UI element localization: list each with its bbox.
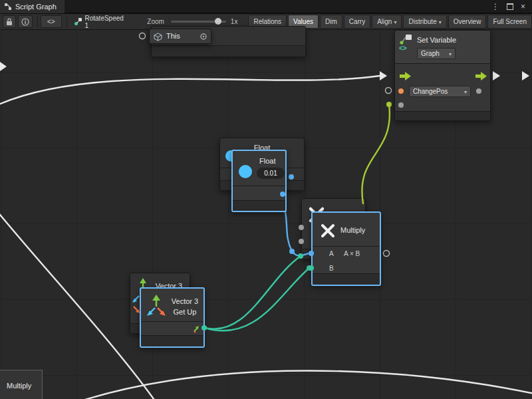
breadcrumb-label: RotateSpeed 1 [84, 15, 128, 29]
get-up-subtitle: Get Up [166, 308, 203, 316]
multiply-node[interactable]: Multiply A A × B B [311, 211, 381, 286]
float-ghost-out-port[interactable] [289, 174, 294, 180]
maximize-icon[interactable] [507, 3, 513, 10]
multiply-title: Multiply [340, 226, 365, 234]
set-variable-node[interactable]: <> Set Variable Graph ChangePos [394, 30, 491, 121]
multiply-port-b[interactable] [309, 265, 314, 271]
float-node[interactable]: Float 0.01 [231, 150, 287, 212]
zoom-slider-handle[interactable] [215, 18, 221, 25]
vector3-out-port[interactable] [201, 325, 207, 331]
script-graph-tab-icon [4, 3, 12, 11]
float-title: Float [259, 157, 275, 165]
input-b-label: B [329, 265, 334, 272]
multiply-icon [319, 222, 336, 239]
float-out-port[interactable] [280, 192, 285, 197]
carry-toggle[interactable]: Carry [344, 15, 370, 29]
vector-out-icon [192, 325, 201, 334]
toolbar-divider [66, 17, 67, 27]
set-variable-icon: <> [398, 33, 413, 52]
set-variable-title: Set Variable [417, 36, 456, 44]
multiply-ghost-port-a[interactable] [299, 225, 304, 230]
svg-text:<>: <> [399, 45, 407, 52]
tab-title: Script Graph [15, 3, 57, 11]
multiply-ghost-port-b[interactable] [299, 239, 304, 244]
zoom-value: 1x [231, 18, 238, 25]
cube-icon [154, 33, 162, 41]
code-icon: <> [47, 18, 55, 25]
chevron-down-icon [447, 50, 452, 57]
vector3-title: Vector 3 [166, 297, 203, 305]
float-value-field[interactable]: 0.01 [257, 168, 285, 179]
chevron-down-icon [392, 18, 396, 25]
corner-multiply-node[interactable]: Multiply [0, 370, 43, 399]
float-literal-icon [239, 165, 252, 178]
result-label: A × B [344, 250, 360, 257]
tab-script-graph[interactable]: Script Graph [0, 0, 65, 13]
node-header: <> Set Variable Graph [395, 31, 490, 63]
this-node[interactable]: This [149, 29, 211, 44]
breadcrumb[interactable]: RotateSpeed 1 [74, 15, 129, 29]
title-bar: Script Graph ⋮ × [0, 0, 532, 13]
chevron-down-icon [437, 18, 442, 25]
close-icon[interactable]: × [521, 2, 525, 11]
flow-out-port[interactable] [475, 72, 487, 80]
this-node-title: This [166, 32, 180, 40]
flow-in-port[interactable] [400, 72, 411, 80]
graph-asset-icon [74, 17, 82, 26]
lock-button[interactable] [3, 15, 16, 28]
input-a-label: A [329, 250, 334, 257]
variable-scope-dropdown[interactable]: Graph [417, 48, 456, 59]
vector3-get-up-node[interactable]: Vector 3 Get Up [140, 287, 205, 348]
lock-icon [6, 18, 13, 26]
dim-toggle[interactable]: Dim [320, 15, 342, 29]
variable-name-dropdown[interactable]: ChangePos [409, 86, 471, 97]
distribute-dropdown[interactable]: Distribute [403, 15, 446, 29]
kebab-menu-icon[interactable]: ⋮ [491, 2, 499, 11]
script-graph-window: Script Graph ⋮ × <> [0, 0, 532, 399]
info-icon [21, 18, 29, 26]
variable-out-port[interactable] [476, 88, 481, 94]
corner-multiply-title: Multiply [7, 382, 31, 390]
multiply-port-a[interactable] [309, 251, 314, 256]
align-dropdown[interactable]: Align [372, 15, 402, 29]
inspect-button[interactable] [18, 15, 33, 28]
code-preview-button[interactable]: <> [41, 15, 62, 28]
window-controls: ⋮ × [491, 2, 532, 11]
fullscreen-button[interactable]: Full Screen [487, 15, 532, 29]
vector3-up-icon [146, 294, 166, 318]
chevron-down-icon [462, 88, 467, 95]
value-in-port[interactable] [398, 102, 404, 108]
zoom-label: Zoom [147, 18, 164, 25]
variable-name-port[interactable] [398, 88, 404, 94]
zoom-slider[interactable] [171, 21, 226, 23]
overview-button[interactable]: Overview [448, 15, 487, 29]
toolbar-divider [37, 17, 38, 27]
self-port[interactable] [200, 33, 207, 41]
